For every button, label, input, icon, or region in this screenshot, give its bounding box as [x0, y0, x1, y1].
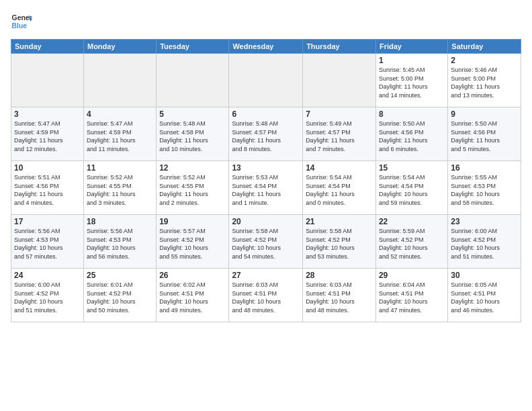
day-cell: 27Sunrise: 6:03 AM Sunset: 4:51 PM Dayli… — [229, 269, 303, 322]
day-number: 14 — [306, 163, 373, 173]
day-cell: 17Sunrise: 5:56 AM Sunset: 4:53 PM Dayli… — [11, 215, 84, 269]
day-cell: 18Sunrise: 5:56 AM Sunset: 4:53 PM Dayli… — [83, 215, 156, 269]
day-info: Sunrise: 6:02 AM Sunset: 4:51 PM Dayligh… — [159, 281, 226, 314]
day-cell: 22Sunrise: 5:59 AM Sunset: 4:52 PM Dayli… — [375, 215, 447, 269]
day-number: 15 — [379, 163, 445, 173]
day-info: Sunrise: 5:45 AM Sunset: 5:00 PM Dayligh… — [379, 66, 445, 99]
logo: General Blue — [11, 11, 32, 32]
day-cell: 16Sunrise: 5:55 AM Sunset: 4:53 PM Dayli… — [448, 161, 521, 215]
weekday-header-tuesday: Tuesday — [157, 40, 229, 54]
day-info: Sunrise: 5:52 AM Sunset: 4:55 PM Dayligh… — [87, 173, 153, 207]
day-number: 1 — [379, 56, 445, 65]
day-cell: 25Sunrise: 6:01 AM Sunset: 4:52 PM Dayli… — [83, 269, 156, 322]
day-info: Sunrise: 6:03 AM Sunset: 4:51 PM Dayligh… — [306, 281, 373, 314]
day-cell: 3Sunrise: 5:47 AM Sunset: 4:59 PM Daylig… — [11, 107, 84, 161]
day-info: Sunrise: 5:50 AM Sunset: 4:56 PM Dayligh… — [451, 120, 518, 153]
day-number: 13 — [232, 163, 300, 173]
day-info: Sunrise: 5:52 AM Sunset: 4:55 PM Dayligh… — [159, 173, 226, 207]
day-cell: 11Sunrise: 5:52 AM Sunset: 4:55 PM Dayli… — [83, 161, 156, 215]
header: General Blue — [11, 11, 521, 32]
day-cell — [83, 54, 156, 107]
day-number: 16 — [451, 163, 518, 173]
day-info: Sunrise: 5:56 AM Sunset: 4:53 PM Dayligh… — [14, 227, 81, 261]
day-cell: 24Sunrise: 6:00 AM Sunset: 4:52 PM Dayli… — [11, 269, 84, 322]
day-number: 5 — [159, 109, 226, 119]
weekday-header-sunday: Sunday — [11, 40, 84, 54]
day-number: 24 — [14, 271, 81, 280]
week-row-1: 1Sunrise: 5:45 AM Sunset: 5:00 PM Daylig… — [11, 54, 521, 107]
page: General Blue SundayMondayTuesdayWednesda… — [0, 0, 532, 411]
weekday-header-monday: Monday — [83, 40, 156, 54]
day-cell: 20Sunrise: 5:58 AM Sunset: 4:52 PM Dayli… — [229, 215, 303, 269]
weekday-header-wednesday: Wednesday — [229, 40, 303, 54]
day-info: Sunrise: 5:57 AM Sunset: 4:52 PM Dayligh… — [159, 227, 226, 261]
day-number: 18 — [87, 217, 153, 226]
day-cell: 2Sunrise: 5:46 AM Sunset: 5:00 PM Daylig… — [448, 54, 521, 107]
day-info: Sunrise: 5:53 AM Sunset: 4:54 PM Dayligh… — [232, 173, 300, 207]
day-info: Sunrise: 5:56 AM Sunset: 4:53 PM Dayligh… — [87, 227, 153, 261]
day-info: Sunrise: 5:55 AM Sunset: 4:53 PM Dayligh… — [451, 173, 518, 207]
day-cell: 21Sunrise: 5:58 AM Sunset: 4:52 PM Dayli… — [303, 215, 376, 269]
week-row-5: 24Sunrise: 6:00 AM Sunset: 4:52 PM Dayli… — [11, 269, 521, 322]
week-row-3: 10Sunrise: 5:51 AM Sunset: 4:56 PM Dayli… — [11, 161, 521, 215]
day-info: Sunrise: 5:48 AM Sunset: 4:57 PM Dayligh… — [232, 120, 300, 153]
day-number: 9 — [451, 109, 518, 119]
day-cell: 26Sunrise: 6:02 AM Sunset: 4:51 PM Dayli… — [157, 269, 229, 322]
day-number: 20 — [232, 217, 300, 226]
weekday-header-saturday: Saturday — [448, 40, 521, 54]
day-info: Sunrise: 5:58 AM Sunset: 4:52 PM Dayligh… — [232, 227, 300, 261]
day-cell: 15Sunrise: 5:54 AM Sunset: 4:54 PM Dayli… — [375, 161, 447, 215]
day-number: 3 — [14, 109, 81, 119]
day-cell: 30Sunrise: 6:05 AM Sunset: 4:51 PM Dayli… — [448, 269, 521, 322]
day-number: 23 — [451, 217, 518, 226]
day-cell: 23Sunrise: 6:00 AM Sunset: 4:52 PM Dayli… — [448, 215, 521, 269]
day-number: 26 — [159, 271, 226, 280]
day-number: 4 — [87, 109, 153, 119]
day-cell: 9Sunrise: 5:50 AM Sunset: 4:56 PM Daylig… — [448, 107, 521, 161]
day-cell: 6Sunrise: 5:48 AM Sunset: 4:57 PM Daylig… — [229, 107, 303, 161]
day-number: 28 — [306, 271, 373, 280]
day-number: 11 — [87, 163, 153, 173]
day-info: Sunrise: 5:51 AM Sunset: 4:56 PM Dayligh… — [14, 173, 81, 207]
week-row-4: 17Sunrise: 5:56 AM Sunset: 4:53 PM Dayli… — [11, 215, 521, 269]
day-info: Sunrise: 6:04 AM Sunset: 4:51 PM Dayligh… — [379, 281, 445, 314]
day-cell — [229, 54, 303, 107]
weekday-header-friday: Friday — [375, 40, 447, 54]
week-row-2: 3Sunrise: 5:47 AM Sunset: 4:59 PM Daylig… — [11, 107, 521, 161]
day-number: 19 — [159, 217, 226, 226]
day-info: Sunrise: 5:46 AM Sunset: 5:00 PM Dayligh… — [451, 66, 518, 99]
day-number: 21 — [306, 217, 373, 226]
svg-text:Blue: Blue — [12, 22, 28, 30]
day-cell: 14Sunrise: 5:54 AM Sunset: 4:54 PM Dayli… — [303, 161, 376, 215]
day-info: Sunrise: 5:54 AM Sunset: 4:54 PM Dayligh… — [379, 173, 445, 207]
logo-icon: General Blue — [11, 11, 32, 32]
day-cell: 28Sunrise: 6:03 AM Sunset: 4:51 PM Dayli… — [303, 269, 376, 322]
day-number: 25 — [87, 271, 153, 280]
day-info: Sunrise: 6:03 AM Sunset: 4:51 PM Dayligh… — [232, 281, 300, 314]
day-number: 29 — [379, 271, 445, 280]
day-info: Sunrise: 5:47 AM Sunset: 4:59 PM Dayligh… — [14, 120, 81, 153]
day-info: Sunrise: 5:59 AM Sunset: 4:52 PM Dayligh… — [379, 227, 445, 261]
day-number: 10 — [14, 163, 81, 173]
day-cell: 5Sunrise: 5:48 AM Sunset: 4:58 PM Daylig… — [157, 107, 229, 161]
day-number: 12 — [159, 163, 226, 173]
day-number: 27 — [232, 271, 300, 280]
day-cell: 13Sunrise: 5:53 AM Sunset: 4:54 PM Dayli… — [229, 161, 303, 215]
day-cell: 8Sunrise: 5:50 AM Sunset: 4:56 PM Daylig… — [375, 107, 447, 161]
day-info: Sunrise: 6:05 AM Sunset: 4:51 PM Dayligh… — [451, 281, 518, 314]
day-info: Sunrise: 5:58 AM Sunset: 4:52 PM Dayligh… — [306, 227, 373, 261]
day-number: 17 — [14, 217, 81, 226]
day-cell: 1Sunrise: 5:45 AM Sunset: 5:00 PM Daylig… — [375, 54, 447, 107]
day-cell — [11, 54, 84, 107]
day-cell: 7Sunrise: 5:49 AM Sunset: 4:57 PM Daylig… — [303, 107, 376, 161]
day-number: 30 — [451, 271, 518, 280]
day-info: Sunrise: 6:01 AM Sunset: 4:52 PM Dayligh… — [87, 281, 153, 314]
day-cell: 29Sunrise: 6:04 AM Sunset: 4:51 PM Dayli… — [375, 269, 447, 322]
day-cell: 4Sunrise: 5:47 AM Sunset: 4:59 PM Daylig… — [83, 107, 156, 161]
day-cell: 12Sunrise: 5:52 AM Sunset: 4:55 PM Dayli… — [157, 161, 229, 215]
day-number: 8 — [379, 109, 445, 119]
day-number: 2 — [451, 56, 518, 65]
day-info: Sunrise: 5:54 AM Sunset: 4:54 PM Dayligh… — [306, 173, 373, 207]
day-number: 7 — [306, 109, 373, 119]
calendar: SundayMondayTuesdayWednesdayThursdayFrid… — [11, 39, 521, 322]
